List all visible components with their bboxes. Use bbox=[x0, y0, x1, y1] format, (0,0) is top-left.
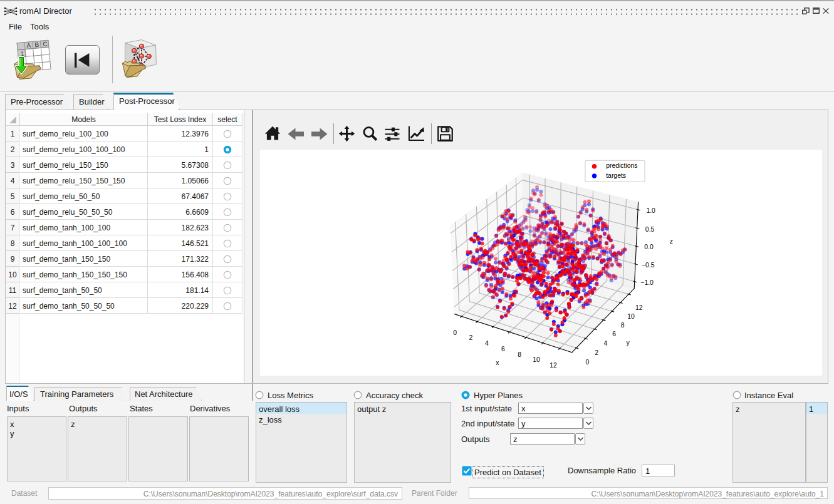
svg-text:2: 2 bbox=[469, 334, 472, 341]
svg-text:4: 4 bbox=[485, 340, 489, 347]
svg-text:−0.5: −0.5 bbox=[642, 262, 655, 269]
svg-text:10: 10 bbox=[627, 313, 635, 320]
svg-text:x: x bbox=[496, 359, 499, 366]
svg-text:0: 0 bbox=[453, 329, 457, 336]
svg-text:12: 12 bbox=[550, 362, 557, 369]
svg-text:B: B bbox=[34, 41, 39, 49]
svg-text:y: y bbox=[627, 339, 630, 346]
svg-text:C: C bbox=[43, 40, 48, 48]
svg-text:8: 8 bbox=[518, 351, 521, 358]
svg-text:targets: targets bbox=[606, 172, 626, 179]
svg-text:0.0: 0.0 bbox=[644, 244, 654, 250]
svg-text:2: 2 bbox=[595, 349, 598, 356]
svg-text:6: 6 bbox=[612, 331, 616, 337]
svg-text:4: 4 bbox=[603, 340, 607, 347]
svg-text:1.0: 1.0 bbox=[646, 207, 655, 214]
svg-text:predictions: predictions bbox=[606, 162, 637, 169]
svg-text:6: 6 bbox=[501, 346, 505, 352]
svg-text:10: 10 bbox=[533, 356, 540, 363]
svg-text:z: z bbox=[670, 238, 673, 245]
svg-text:12: 12 bbox=[635, 304, 643, 311]
svg-text:−1.0: −1.0 bbox=[640, 279, 654, 286]
svg-text:0.5: 0.5 bbox=[645, 226, 655, 233]
svg-text:0: 0 bbox=[586, 359, 590, 366]
svg-text:8: 8 bbox=[621, 322, 625, 329]
svg-text:A: A bbox=[26, 42, 31, 49]
